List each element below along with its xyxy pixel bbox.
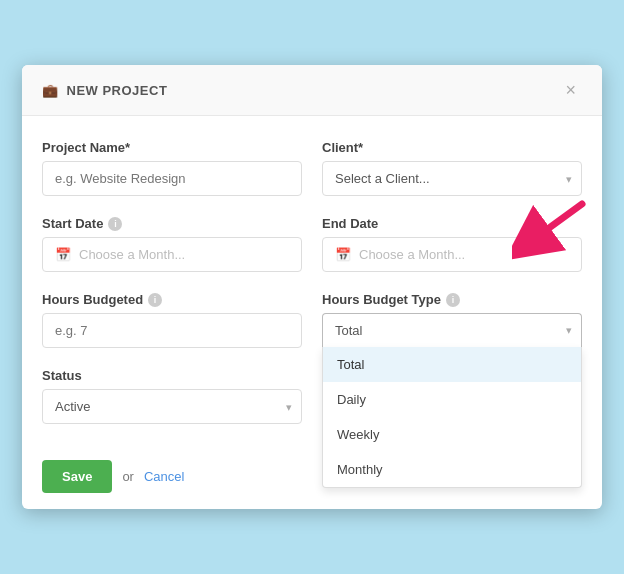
- modal-title: 💼 NEW PROJECT: [42, 83, 167, 98]
- end-date-placeholder: Choose a Month...: [359, 247, 465, 262]
- budget-type-select[interactable]: Total Daily Weekly Monthly: [322, 313, 582, 347]
- or-text: or: [122, 469, 134, 484]
- row-project-client: Project Name* Client* Select a Client...…: [42, 140, 582, 196]
- hours-budget-type-label: Hours Budget Type i: [322, 292, 582, 307]
- dropdown-option-monthly[interactable]: Monthly: [323, 452, 581, 487]
- start-calendar-icon: 📅: [55, 247, 71, 262]
- budget-type-select-wrapper: Total Daily Weekly Monthly ▾ Total Daily…: [322, 313, 582, 347]
- hours-budgeted-info-icon: i: [148, 293, 162, 307]
- end-date-input[interactable]: 📅 Choose a Month...: [322, 237, 582, 272]
- save-button[interactable]: Save: [42, 460, 112, 493]
- briefcase-icon: 💼: [42, 83, 59, 98]
- row-hours: Hours Budgeted i Hours Budget Type i Tot…: [42, 292, 582, 348]
- dropdown-option-weekly[interactable]: Weekly: [323, 417, 581, 452]
- start-date-info-icon: i: [108, 217, 122, 231]
- modal-header: 💼 NEW PROJECT ×: [22, 65, 602, 116]
- hours-budgeted-label: Hours Budgeted i: [42, 292, 302, 307]
- end-date-label: End Date: [322, 216, 582, 231]
- start-date-group: Start Date i 📅 Choose a Month...: [42, 216, 302, 272]
- hours-budgeted-input[interactable]: [42, 313, 302, 348]
- modal-body: Project Name* Client* Select a Client...…: [22, 116, 602, 424]
- status-select-wrapper: Active Inactive ▾: [42, 389, 302, 424]
- dropdown-option-daily[interactable]: Daily: [323, 382, 581, 417]
- status-label: Status: [42, 368, 302, 383]
- client-select-wrapper: Select a Client... ▾: [322, 161, 582, 196]
- client-select[interactable]: Select a Client...: [322, 161, 582, 196]
- end-calendar-icon: 📅: [335, 247, 351, 262]
- hours-budget-type-group: Hours Budget Type i Total Daily Weekly M…: [322, 292, 582, 348]
- start-date-label: Start Date i: [42, 216, 302, 231]
- start-date-input[interactable]: 📅 Choose a Month...: [42, 237, 302, 272]
- client-label: Client*: [322, 140, 582, 155]
- modal-title-text: NEW PROJECT: [67, 83, 168, 98]
- hours-budgeted-group: Hours Budgeted i: [42, 292, 302, 348]
- budget-type-dropdown: Total Daily Weekly Monthly: [322, 347, 582, 488]
- status-group: Status Active Inactive ▾: [42, 368, 302, 424]
- cancel-link[interactable]: Cancel: [144, 469, 184, 484]
- hours-budget-type-info-icon: i: [446, 293, 460, 307]
- start-date-placeholder: Choose a Month...: [79, 247, 185, 262]
- close-button[interactable]: ×: [559, 79, 582, 101]
- end-date-group: End Date 📅 Choose a Month...: [322, 216, 582, 272]
- new-project-modal: 💼 NEW PROJECT × Project Name* Client* Se…: [22, 65, 602, 509]
- project-name-input[interactable]: [42, 161, 302, 196]
- status-select[interactable]: Active Inactive: [42, 389, 302, 424]
- row-dates: Start Date i 📅 Choose a Month... End Dat…: [42, 216, 582, 272]
- client-group: Client* Select a Client... ▾: [322, 140, 582, 196]
- dropdown-option-total[interactable]: Total: [323, 347, 581, 382]
- project-name-label: Project Name*: [42, 140, 302, 155]
- project-name-group: Project Name*: [42, 140, 302, 196]
